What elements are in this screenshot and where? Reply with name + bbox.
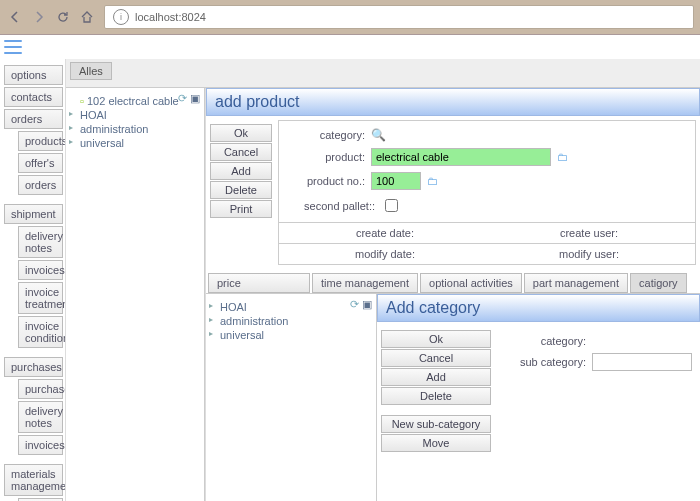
tree-refresh-icon[interactable]: ⟳ — [178, 92, 187, 104]
tab-price[interactable]: price — [208, 273, 310, 293]
cat-node-universal[interactable]: universal — [210, 328, 372, 342]
tab-bar: price time management optional activitie… — [206, 269, 700, 293]
menu-icon[interactable] — [4, 40, 22, 54]
sidebar-item-purchases[interactable]: purchases — [18, 379, 63, 399]
cat-node-hoai[interactable]: HOAI — [210, 300, 372, 314]
url-bar[interactable]: i localhost:8024 — [104, 5, 694, 29]
tree-expand-icon[interactable]: ▣ — [362, 298, 372, 310]
sidebar-head-shipment[interactable]: shipment — [4, 204, 63, 224]
productno-input[interactable] — [371, 172, 421, 190]
tab-category[interactable]: catigory — [630, 273, 687, 293]
sidebar-item-contacts[interactable]: contacts — [4, 87, 63, 107]
sidebar-item-p-delivery-notes[interactable]: delivery notes — [18, 401, 63, 433]
tab-optional[interactable]: optional activities — [420, 273, 522, 293]
sidebar-head-materials[interactable]: materials management — [4, 464, 63, 496]
sub-category-input[interactable] — [592, 353, 692, 371]
add-category-header: Add category — [377, 294, 700, 322]
second-pallet-checkbox[interactable] — [385, 199, 398, 212]
add-product-header: add product — [206, 88, 700, 116]
sidebar-item-invoice-treatments[interactable]: invoice treatments — [18, 282, 63, 314]
back-icon[interactable] — [6, 8, 24, 26]
new-subcategory-button[interactable]: New sub-category — [381, 415, 491, 433]
tree-node-universal[interactable]: universal — [70, 136, 200, 150]
toolbar: Alles — [66, 59, 700, 88]
folder-icon[interactable]: 🗀 — [427, 175, 438, 187]
sidebar-item-products[interactable]: products — [18, 131, 63, 151]
add-button[interactable]: Add — [210, 162, 272, 180]
create-row: create date:create user: — [278, 223, 696, 244]
sidebar: options contacts orders products offer's… — [0, 59, 66, 501]
sidebar-item-orders[interactable]: orders — [18, 175, 63, 195]
cat-add-button[interactable]: Add — [381, 368, 491, 386]
folder-icon[interactable]: 🗀 — [557, 151, 568, 163]
second-pallet-label: second pallet:: — [285, 200, 375, 212]
sidebar-head-purchases[interactable]: purchases — [4, 357, 63, 377]
sidebar-item-p-invoices[interactable]: invoices — [18, 435, 63, 455]
toolbar-alles[interactable]: Alles — [70, 62, 112, 80]
print-button[interactable]: Print — [210, 200, 272, 218]
tab-part[interactable]: part management — [524, 273, 628, 293]
tree-refresh-icon[interactable]: ⟳ — [350, 298, 359, 310]
cat-cancel-button[interactable]: Cancel — [381, 349, 491, 367]
home-icon[interactable] — [78, 8, 96, 26]
productno-label: product no.: — [285, 175, 365, 187]
search-icon[interactable]: 🔍 — [371, 128, 386, 142]
product-tree: ⟳ ▣ ▫ 102 electrcal cable HOAI administr… — [66, 88, 205, 501]
browser-chrome: i localhost:8024 — [0, 0, 700, 35]
cancel-button[interactable]: Cancel — [210, 143, 272, 161]
tab-time[interactable]: time management — [312, 273, 418, 293]
sidebar-item-offers[interactable]: offer's — [18, 153, 63, 173]
tree-node-hoai[interactable]: HOAI — [70, 108, 200, 122]
product-button-column: Ok Cancel Add Delete Print — [210, 124, 272, 265]
cat-category-label: category: — [501, 335, 586, 347]
forward-icon[interactable] — [30, 8, 48, 26]
move-button[interactable]: Move — [381, 434, 491, 452]
sidebar-item-invoices[interactable]: invoices — [18, 260, 63, 280]
info-icon: i — [113, 9, 129, 25]
reload-icon[interactable] — [54, 8, 72, 26]
category-button-column: Ok Cancel Add Delete New sub-category Mo… — [381, 330, 491, 452]
delete-button[interactable]: Delete — [210, 181, 272, 199]
tree-node-admin[interactable]: administration — [70, 122, 200, 136]
cat-delete-button[interactable]: Delete — [381, 387, 491, 405]
product-input[interactable] — [371, 148, 551, 166]
modify-row: modify date:modify user: — [278, 244, 696, 265]
sidebar-item-invoice-conditions[interactable]: invoice conditions — [18, 316, 63, 348]
product-label: product: — [285, 151, 365, 163]
cat-ok-button[interactable]: Ok — [381, 330, 491, 348]
url-text: localhost:8024 — [135, 11, 206, 23]
sidebar-item-options[interactable]: options — [4, 65, 63, 85]
cat-node-admin[interactable]: administration — [210, 314, 372, 328]
category-label: category: — [285, 129, 365, 141]
sidebar-item-delivery-notes[interactable]: delivery notes — [18, 226, 63, 258]
ok-button[interactable]: Ok — [210, 124, 272, 142]
cat-sub-label: sub category: — [501, 356, 586, 368]
tree-expand-icon[interactable]: ▣ — [190, 92, 200, 104]
sidebar-head-orders[interactable]: orders — [4, 109, 63, 129]
category-tree: ⟳ ▣ HOAI administration universal — [206, 294, 377, 501]
